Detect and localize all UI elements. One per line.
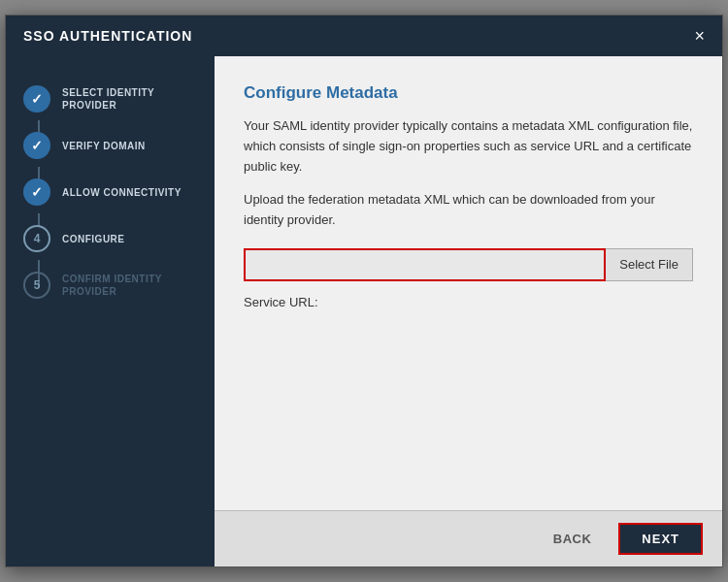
sidebar-item-step4: 4 CONFIGURE [6,215,215,262]
content-description2: Upload the federation metadata XML which… [244,190,693,231]
content-area: Configure Metadata Your SAML identity pr… [215,56,722,566]
step2-label: VERIFY DOMAIN [62,140,146,152]
content-description1: Your SAML identity provider typically co… [244,116,693,177]
service-url-label: Service URL: [244,295,693,309]
step1-circle: ✓ [23,85,50,113]
step3-label: ALLOW CONNECTIVITY [62,186,182,199]
step2-circle: ✓ [23,132,50,159]
close-button[interactable]: × [694,27,705,45]
sidebar-item-step5: 5 CONFIRM IDENTITYPROVIDER [6,262,215,308]
step5-label: CONFIRM IDENTITYPROVIDER [62,273,162,298]
modal: SSO AUTHENTICATION × ✓ SELECT IDENTITYPR… [5,15,723,567]
next-button[interactable]: NEXT [618,523,703,555]
select-file-button[interactable]: Select File [606,248,693,281]
check-icon: ✓ [31,91,43,107]
content-main: Configure Metadata Your SAML identity pr… [215,56,722,510]
modal-header: SSO AUTHENTICATION × [6,16,722,56]
sidebar-item-step2: ✓ VERIFY DOMAIN [6,122,215,169]
file-path-input[interactable] [244,248,606,281]
content-title: Configure Metadata [244,83,693,103]
content-footer: BACK NEXT [215,510,722,566]
step5-number: 5 [34,278,41,292]
check-icon: ✓ [31,138,43,153]
sidebar: ✓ SELECT IDENTITYPROVIDER ✓ VERIFY DOMAI… [6,56,215,566]
modal-title: SSO AUTHENTICATION [23,28,192,44]
step4-circle: 4 [23,225,50,252]
modal-body: ✓ SELECT IDENTITYPROVIDER ✓ VERIFY DOMAI… [6,56,722,566]
step4-number: 4 [34,232,41,245]
check-icon: ✓ [31,184,43,200]
sidebar-item-step3: ✓ ALLOW CONNECTIVITY [6,169,215,215]
step3-circle: ✓ [23,178,50,206]
step5-circle: 5 [23,272,50,299]
step1-label: SELECT IDENTITYPROVIDER [62,86,154,112]
back-button[interactable]: BACK [542,526,604,552]
sidebar-item-step1: ✓ SELECT IDENTITYPROVIDER [6,76,215,122]
file-upload-row: Select File [244,248,693,281]
step4-label: CONFIGURE [62,233,125,245]
